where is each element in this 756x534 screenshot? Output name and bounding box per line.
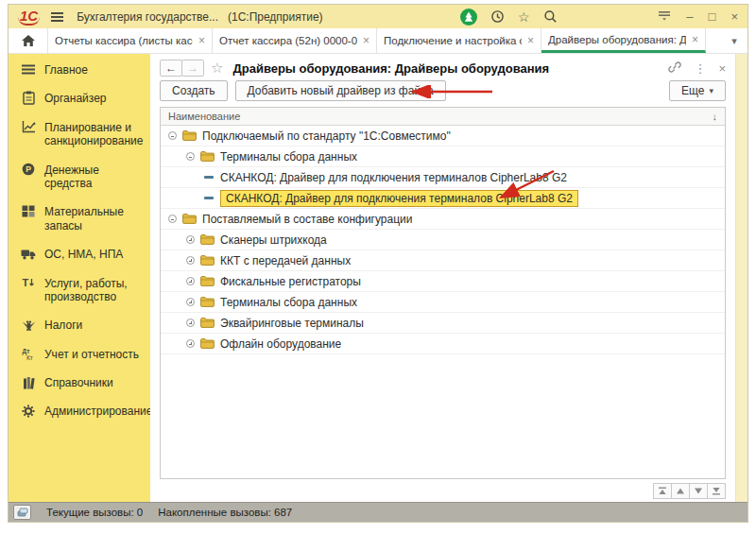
sidebar-item-menu[interactable]: Главное (9, 56, 150, 84)
tree-expander-icon[interactable] (186, 277, 195, 285)
folder-icon (200, 297, 215, 307)
main-area: Главное Органайзер Планирование и санкци… (9, 54, 747, 502)
money-icon: Р (21, 163, 36, 177)
sidebar-item-label: Главное (44, 63, 88, 77)
tree-row[interactable]: Терминалы сбора данных (161, 292, 725, 313)
tree-expander-icon[interactable] (186, 152, 195, 161)
folder-icon (200, 318, 215, 328)
favorites-icon[interactable]: ☆ (518, 9, 530, 25)
sidebar-item-label: Учет и отчетность (44, 348, 139, 361)
driver-item-icon (204, 197, 214, 199)
go-last-row-button[interactable] (707, 483, 726, 499)
tab-4[interactable]: Драйверы оборудования: Драйве... × (541, 28, 706, 53)
tree-row-label: Подключаемый по стандарту "1С:Совместимо… (202, 129, 451, 143)
add-favorite-icon[interactable]: ☆ (211, 60, 223, 77)
accounting-icon: ДтКт (21, 347, 36, 361)
folder-icon (182, 214, 197, 224)
tree-row[interactable]: Поставляемый в составе конфигурации (161, 209, 725, 230)
panel-menu-icon[interactable] (658, 10, 671, 23)
tree-expander-icon[interactable] (168, 215, 177, 223)
sidebar-item-catalogs[interactable]: Справочники (9, 369, 150, 397)
menu-icon (21, 62, 36, 77)
tab-close-icon[interactable]: × (692, 33, 698, 46)
sidebar-item-label: Планирование и санкционирование (44, 121, 145, 148)
home-tab[interactable] (9, 28, 48, 53)
tree-expander-icon[interactable] (186, 319, 195, 327)
tree-row-label: Фискальные регистраторы (220, 275, 361, 288)
tree-row-label: Терминалы сбора данных (220, 296, 357, 309)
tree-expander-icon[interactable] (168, 131, 177, 140)
tree-row-label: СКАНКОД: Драйвер для подключения термина… (220, 190, 578, 207)
more-button[interactable]: Еще ▾ (669, 80, 726, 101)
back-button[interactable]: ← (160, 60, 182, 77)
tab-close-icon[interactable]: × (363, 34, 369, 47)
close-form-icon[interactable]: × (718, 62, 726, 75)
assets-icon (21, 247, 36, 261)
tab-bar: Отчеты кассира (листы кассовой ... × Отч… (9, 28, 747, 54)
form-area: ← → ☆ Драйверы оборудования: Драйверы об… (150, 54, 735, 502)
tab-close-icon[interactable]: × (527, 34, 534, 47)
sidebar-item-organizer[interactable]: Органайзер (9, 84, 150, 112)
tree-row-selected[interactable]: СКАНКОД: Драйвер для подключения термина… (161, 188, 725, 209)
current-calls: Текущие вызовы: 0 (46, 507, 143, 518)
folder-icon (200, 151, 215, 162)
tree-row[interactable]: Терминалы сбора данных (161, 146, 725, 167)
tab-2[interactable]: Отчет кассира (52н) 0000-000045 ... × (213, 28, 377, 53)
tree-row[interactable]: СКАНКОД: Драйвер для подключения термина… (161, 167, 725, 188)
minimize-icon[interactable]: – (686, 10, 693, 23)
tree-row[interactable]: Подключаемый по стандарту "1С:Совместимо… (161, 126, 725, 146)
maximize-icon[interactable]: □ (709, 10, 716, 23)
app-window: 1С Бухгалтерия государстве... (1С:Предпр… (8, 4, 748, 523)
sidebar-item-label: Материальные запасы (44, 205, 145, 233)
performance-indicator-icon[interactable] (13, 505, 31, 520)
tree-expander-icon[interactable] (186, 298, 195, 306)
tree-expander-icon[interactable] (186, 256, 195, 265)
search-icon[interactable] (543, 9, 558, 24)
tree-row[interactable]: Офлайн оборудование (161, 334, 725, 354)
sidebar-item-administration[interactable]: Администрирование (9, 397, 150, 425)
sidebar-item-services[interactable]: Т Услуги, работы, производство (9, 269, 150, 312)
folder-icon (182, 130, 197, 141)
driver-item-icon (204, 176, 214, 179)
sidebar-item-taxes[interactable]: Налоги (9, 311, 150, 339)
sidebar-item-accounting[interactable]: ДтКт Учет и отчетность (9, 340, 150, 369)
caret-down-icon: ▾ (709, 86, 713, 95)
go-first-row-button[interactable] (653, 483, 672, 499)
sidebar-item-assets[interactable]: ОС, НМА, НПА (9, 240, 150, 268)
sort-descending-icon: ↓ (713, 111, 718, 122)
page-down-button[interactable] (689, 483, 708, 499)
create-button[interactable]: Создать (160, 80, 228, 101)
add-driver-from-file-button[interactable]: Добавить новый драйвер из файла (235, 80, 446, 101)
page-up-button[interactable] (671, 483, 690, 499)
more-actions-icon[interactable]: ⋮ (694, 62, 706, 75)
form-right-margin (735, 54, 747, 502)
tab-1[interactable]: Отчеты кассира (листы кассовой ... × (48, 28, 213, 53)
sidebar-item-materials[interactable]: Материальные запасы (9, 198, 150, 240)
get-link-icon[interactable] (668, 60, 681, 76)
svg-text:Р: Р (26, 164, 31, 174)
folder-icon (200, 255, 215, 266)
main-menu-icon[interactable] (51, 12, 63, 22)
tree-row[interactable]: Сканеры штрихкода (161, 230, 725, 250)
tab-close-icon[interactable]: × (198, 34, 205, 47)
tree-expander-icon[interactable] (186, 339, 195, 348)
folder-icon (200, 276, 215, 286)
forward-button[interactable]: → (181, 60, 204, 77)
history-icon[interactable] (490, 9, 505, 24)
discussions-icon[interactable] (460, 9, 477, 26)
tree-row-label: СКАНКОД: Драйвер для подключения термина… (220, 171, 567, 184)
sidebar-item-planning[interactable]: Планирование и санкционирование (9, 113, 150, 156)
tab-3[interactable]: Подключение и настройка обору... × (377, 28, 541, 53)
organizer-icon (21, 91, 36, 105)
tree-row[interactable]: Эквайринговые терминалы (161, 313, 725, 334)
drivers-tree: Наименование ↓ Подключаемый по стандарту… (160, 107, 726, 479)
tab-list-dropdown-icon[interactable]: ▾ (721, 28, 747, 53)
close-window-icon[interactable]: × (730, 10, 738, 23)
more-button-label: Еще (681, 84, 704, 97)
tree-expander-icon[interactable] (186, 235, 195, 244)
tree-row[interactable]: Фискальные регистраторы (161, 271, 725, 292)
tree-row[interactable]: ККТ с передачей данных (161, 250, 725, 271)
sidebar-item-money[interactable]: Р Денежные средства (9, 156, 150, 198)
list-header[interactable]: Наименование ↓ (161, 108, 725, 126)
tab-label: Драйверы оборудования: Драйве... (548, 34, 686, 45)
